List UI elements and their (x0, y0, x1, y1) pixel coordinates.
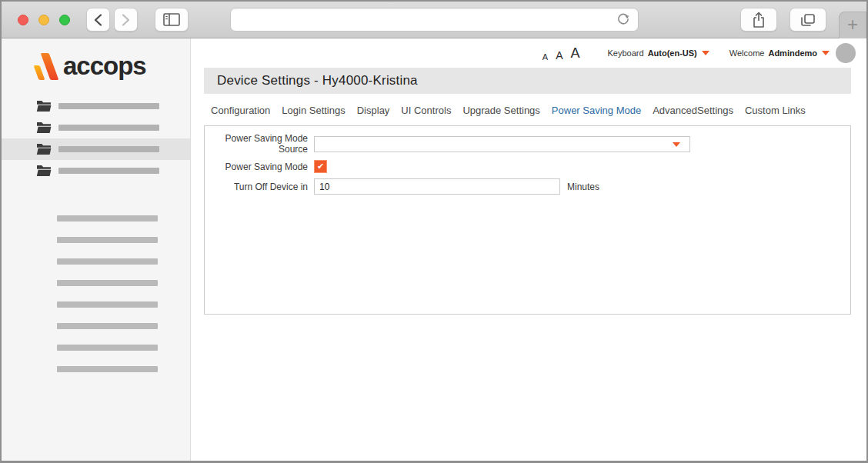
minimize-window-button[interactable] (38, 15, 49, 25)
zoom-window-button[interactable] (59, 15, 70, 25)
share-button[interactable] (740, 8, 777, 32)
list-item-placeholder (57, 301, 158, 308)
form-row-source: Power Saving Mode Source (205, 133, 850, 155)
reload-icon (616, 12, 630, 26)
app-topbar: A A A Keyboard Auto(en-US) Welcome Admin… (191, 38, 866, 68)
font-size-small-button[interactable]: A (542, 52, 548, 62)
tab-ui-controls[interactable]: UI Controls (401, 105, 451, 116)
page-header: Device Settings - Hy4000-Kristina (204, 68, 851, 94)
tab-upgrade-settings[interactable]: Upgrade Settings (462, 105, 539, 116)
list-item-placeholder (57, 323, 158, 329)
chevron-down-icon (702, 51, 709, 55)
font-size-large-button[interactable]: A (571, 45, 580, 62)
user-menu[interactable]: Welcome Admindemo (729, 48, 830, 58)
settings-panel: Power Saving Mode Source Power Saving Mo… (204, 125, 851, 315)
accops-logo-text: accops (63, 52, 146, 81)
list-item-placeholder (57, 280, 158, 286)
tab-overview-button[interactable] (790, 8, 826, 32)
tab-power-saving-mode[interactable]: Power Saving Mode (552, 105, 641, 116)
turn-off-device-input[interactable] (314, 178, 560, 195)
minutes-suffix-label: Minutes (567, 182, 599, 192)
sidebar-placeholder-list (2, 215, 190, 372)
folder-icon (36, 165, 52, 177)
back-button[interactable] (86, 8, 110, 32)
keyboard-value: Auto(en-US) (648, 48, 697, 58)
sidebar-toggle-button[interactable] (155, 8, 189, 32)
power-saving-mode-source-select[interactable] (314, 136, 690, 152)
chevron-down-icon (822, 51, 830, 55)
dropdown-caret-icon (673, 142, 680, 147)
reload-button[interactable] (615, 12, 632, 28)
tab-bar: Configuration Login Settings Display UI … (211, 105, 851, 116)
accops-logo-mark-icon (34, 51, 60, 82)
page-title: Device Settings - Hy4000-Kristina (217, 73, 418, 88)
folder-icon (36, 100, 52, 112)
avatar[interactable] (836, 43, 856, 63)
turn-off-device-label: Turn Off Device in (205, 182, 314, 192)
sidebar: accops (2, 38, 191, 461)
address-bar[interactable] (230, 8, 639, 32)
power-saving-mode-source-label: Power Saving Mode Source (205, 133, 314, 155)
list-item-placeholder (57, 237, 158, 243)
form-row-turnoff: Turn Off Device in Minutes (205, 178, 850, 195)
power-saving-mode-checkbox[interactable]: ✔ (314, 160, 327, 173)
tab-login-settings[interactable]: Login Settings (282, 105, 345, 116)
sidebar-toggle-icon (163, 13, 180, 26)
font-size-medium-button[interactable]: A (556, 49, 563, 62)
new-tab-button[interactable]: + (839, 12, 866, 38)
close-window-button[interactable] (18, 15, 28, 25)
list-item-placeholder (57, 366, 158, 372)
main-content: A A A Keyboard Auto(en-US) Welcome Admin… (191, 38, 866, 461)
sidebar-nav-item-3-selected[interactable] (2, 138, 190, 160)
forward-chevron-icon (122, 14, 130, 26)
new-tab-plus-icon: + (847, 15, 858, 34)
power-saving-mode-label: Power Saving Mode (205, 162, 314, 172)
form-row-mode: Power Saving Mode ✔ (205, 160, 850, 173)
tab-overview-icon (800, 13, 816, 27)
sidebar-nav-item-1[interactable] (2, 95, 190, 117)
back-chevron-icon (94, 14, 102, 26)
list-item-placeholder (57, 215, 158, 222)
share-icon (752, 12, 766, 28)
accops-logo: accops (2, 38, 190, 89)
checkmark-icon: ✔ (317, 162, 324, 171)
address-input[interactable] (237, 11, 606, 28)
nav-label-placeholder (58, 146, 159, 152)
app-content: accops (2, 38, 866, 461)
folder-icon (36, 143, 52, 155)
keyboard-label: Keyboard (608, 48, 644, 58)
welcome-label: Welcome (729, 48, 765, 58)
username: Admindemo (768, 48, 817, 58)
nav-label-placeholder (58, 168, 159, 174)
tab-custom-links[interactable]: Custom Links (745, 105, 806, 116)
forward-button[interactable] (114, 8, 138, 32)
folder-icon (36, 122, 52, 134)
list-item-placeholder (57, 345, 158, 351)
sidebar-nav-item-4[interactable] (2, 160, 190, 182)
tab-configuration[interactable]: Configuration (211, 105, 270, 116)
nav-label-placeholder (58, 125, 159, 131)
list-item-placeholder (57, 258, 158, 265)
tab-display[interactable]: Display (357, 105, 390, 116)
nav-label-placeholder (58, 103, 159, 109)
tab-advanced-settings[interactable]: AdvancedSettings (653, 105, 733, 116)
browser-window: + accops (0, 0, 868, 463)
keyboard-selector[interactable]: Keyboard Auto(en-US) (608, 48, 709, 58)
sidebar-nav-item-2[interactable] (2, 117, 190, 138)
font-size-controls: A A A (542, 45, 580, 62)
browser-chrome: + (2, 2, 866, 38)
sidebar-nav (2, 95, 190, 182)
